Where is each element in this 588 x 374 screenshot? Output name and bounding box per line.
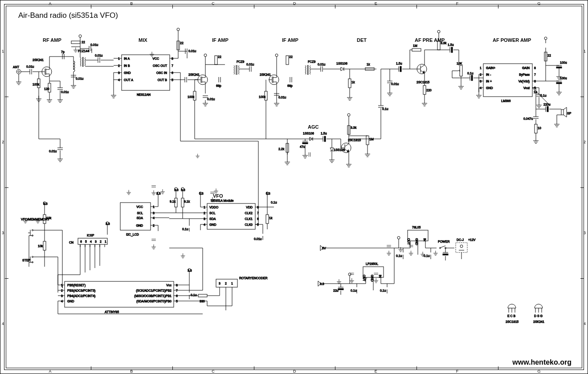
url-text: www.henteko.org: [512, 358, 572, 366]
grid-col-label: F: [456, 369, 459, 374]
grid-tick: [91, 5, 91, 8]
grid-tick: [172, 366, 173, 370]
svg-text:0.01u: 0.01u: [278, 96, 286, 99]
svg-text:3.3k: 3.3k: [441, 41, 447, 45]
grid-col-label: E: [375, 1, 377, 6]
svg-text:0.01u: 0.01u: [61, 90, 69, 94]
svg-text:IN A: IN A: [124, 57, 130, 60]
svg-text:9.1k: 9.1k: [184, 200, 190, 203]
svg-text:0.1u: 0.1u: [380, 289, 386, 292]
grid-col-label: B: [130, 369, 133, 374]
svg-text:22u: 22u: [333, 289, 339, 292]
grid-col-label: F: [456, 1, 459, 6]
svg-text:CLK1: CLK1: [245, 217, 253, 220]
svg-text:2.2k: 2.2k: [278, 147, 285, 150]
grid-row-label: 1: [584, 49, 586, 53]
svg-text:DC-J: DC-J: [457, 238, 464, 241]
svg-text:7p: 7p: [61, 50, 65, 54]
svg-text:22: 22: [547, 54, 551, 57]
svg-text:10K: 10K: [457, 62, 462, 65]
svg-text:0.1u: 0.1u: [351, 289, 357, 292]
svg-text:GND: GND: [371, 275, 374, 282]
svg-text:78L05: 78L05: [412, 226, 421, 229]
svg-text:100k: 100k: [188, 95, 195, 98]
svg-rect-330: [78, 238, 107, 244]
svg-text:GND: GND: [415, 238, 418, 245]
grid-tick: [498, 366, 498, 370]
svg-text:VCC: VCC: [136, 205, 143, 208]
svg-text:GAIN+: GAIN+: [486, 66, 495, 69]
svg-text:Vs(Vdd): Vs(Vdd): [519, 80, 530, 83]
svg-text:68p: 68p: [287, 84, 293, 88]
svg-text:1: 1: [105, 240, 106, 243]
svg-text:CN: CN: [69, 241, 74, 244]
svg-text:SDA: SDA: [137, 216, 143, 220]
grid-col-label: E: [375, 369, 377, 374]
svg-text:22: 22: [289, 55, 293, 58]
svg-text:0.01u: 0.01u: [246, 63, 254, 66]
grid-col-label: G: [538, 1, 541, 6]
svg-text:GND: GND: [486, 86, 493, 89]
svg-text:IN -: IN -: [486, 73, 491, 76]
grid-row-label: 4: [584, 321, 586, 326]
svg-text:1SS106: 1SS106: [334, 148, 345, 151]
svg-text:OSC IN: OSC IN: [156, 71, 167, 74]
grid-row-label: 2: [584, 140, 586, 144]
svg-text:7: 7: [257, 211, 259, 215]
svg-text:GAIN: GAIN: [522, 66, 530, 69]
svg-text:GND: GND: [209, 223, 216, 226]
svg-text:3.3: 3.3: [174, 188, 179, 191]
svg-text:PB4(ADC2/PCINT4): PB4(ADC2/PCINT4): [67, 294, 95, 298]
svg-text:100u: 100u: [560, 77, 567, 80]
svg-text:SCL: SCL: [209, 211, 216, 215]
svg-text:68p: 68p: [216, 84, 221, 88]
grid-tick: [498, 5, 498, 8]
grid-row-label: 1: [2, 49, 4, 53]
svg-text:LM386: LM386: [501, 99, 511, 102]
svg-text:2SK241: 2SK241: [188, 73, 200, 76]
svg-text:IN: IN: [423, 238, 426, 241]
grid-tick: [91, 366, 91, 370]
svg-text:3.3: 3.3: [188, 269, 192, 272]
svg-text:OUT: OUT: [407, 238, 410, 245]
svg-text:STEP: STEP: [22, 259, 31, 262]
grid-col-label: D: [293, 1, 296, 6]
svg-text:2: 2: [225, 282, 227, 285]
svg-text:3.3: 3.3: [106, 222, 110, 225]
svg-text:330: 330: [200, 300, 205, 303]
grid-col-label: D: [293, 369, 296, 374]
svg-text:0.1u: 0.1u: [271, 201, 277, 204]
grid-tick: [580, 97, 584, 97]
svg-text:+12V: +12V: [468, 238, 476, 241]
svg-text:47u: 47u: [300, 145, 305, 148]
grid-row-label: 2: [2, 140, 4, 144]
svg-text:220: 220: [426, 89, 432, 92]
svg-text:22: 22: [82, 41, 85, 44]
svg-text:3.3: 3.3: [199, 192, 204, 195]
svg-text:PB5(RESET): PB5(RESET): [67, 284, 86, 287]
grid-tick: [254, 5, 254, 8]
svg-text:ROTARYENCODER: ROTARYENCODER: [239, 276, 268, 280]
svg-text:ByPass: ByPass: [519, 73, 530, 77]
svg-text:8: 8: [534, 66, 536, 69]
svg-text:(SCK/ADC1/PCINT2)PB2: (SCK/ADC1/PCINT2)PB2: [136, 289, 172, 293]
svg-text:VCC: VCC: [152, 57, 159, 60]
svg-text:1k: 1k: [367, 63, 370, 66]
svg-text:1k: 1k: [351, 81, 355, 84]
svg-text:FCZ9: FCZ9: [308, 60, 316, 63]
svg-text:SDA: SDA: [209, 217, 216, 220]
grid-tick: [335, 5, 335, 8]
svg-text:0.01u: 0.01u: [391, 82, 399, 85]
grid-tick: [416, 5, 417, 8]
svg-text:0.047u: 0.047u: [523, 117, 533, 120]
svg-text:CLK2: CLK2: [245, 211, 253, 215]
svg-text:0.01u: 0.01u: [207, 98, 215, 101]
svg-text:1.5u: 1.5u: [321, 132, 327, 135]
svg-text:CLK0: CLK0: [245, 223, 253, 226]
svg-text:NE612AN: NE612AN: [137, 93, 151, 96]
grid-col-label: A: [49, 1, 51, 6]
grid-tick: [580, 278, 584, 279]
grid-row-label: 4: [2, 321, 4, 326]
grid-tick: [172, 5, 173, 8]
svg-text:100k: 100k: [259, 95, 266, 98]
